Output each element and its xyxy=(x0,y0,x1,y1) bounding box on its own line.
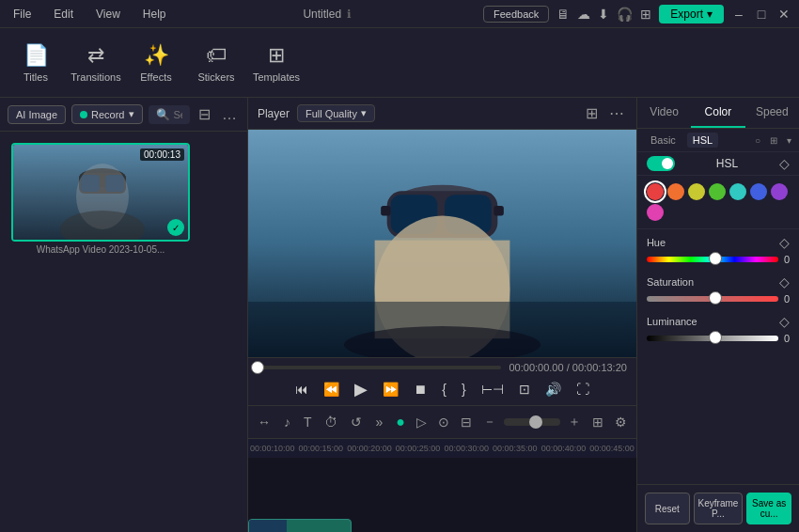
sub-tab-hsl[interactable]: HSL xyxy=(687,133,718,148)
saturation-keyframe-icon[interactable]: ◇ xyxy=(779,274,790,289)
text-tool[interactable]: T xyxy=(300,413,316,431)
luminance-slider[interactable] xyxy=(647,336,778,341)
timeline-tool-2[interactable]: ♪ xyxy=(280,413,294,431)
right-panel-tabs: Video Color Speed xyxy=(637,98,799,129)
tool-templates[interactable]: ⊞ Templates xyxy=(248,33,305,93)
save-custom-button[interactable]: Save as cu... xyxy=(746,493,791,524)
saturation-slider[interactable] xyxy=(647,296,778,302)
sliders-section: Hue ◇ 0 Saturation ◇ xyxy=(637,229,799,359)
tool-effects[interactable]: ✨ Effects xyxy=(128,33,184,93)
timeline-tool-4[interactable]: ↺ xyxy=(347,413,366,431)
timeline-clip[interactable]: ▶ 00:10035-4b2f... xyxy=(248,519,352,532)
green-dot-indicator: ● xyxy=(392,412,409,432)
chevron-down-subtab[interactable]: ▾ xyxy=(787,135,791,146)
crop-button[interactable]: ⊡ xyxy=(515,380,534,399)
more-options-icon[interactable]: … xyxy=(219,104,240,125)
volume-button[interactable]: 🔊 xyxy=(541,380,565,399)
hsl-toggle[interactable] xyxy=(647,156,675,171)
record-button[interactable]: Record ▾ xyxy=(71,104,142,124)
feedback-button[interactable]: Feedback xyxy=(483,6,549,23)
tab-video[interactable]: Video xyxy=(637,98,691,128)
color-dots-row xyxy=(637,176,799,229)
headset-icon: 🎧 xyxy=(617,7,633,22)
hsl-keyframe-icon[interactable]: ◇ xyxy=(779,156,790,171)
quality-selector[interactable]: Full Quality ▾ xyxy=(297,104,375,122)
export-label: Export xyxy=(670,8,703,21)
media-thumbnail[interactable]: 00:00:13 ✓ xyxy=(11,143,190,242)
search-input[interactable] xyxy=(174,109,182,120)
luminance-keyframe-icon[interactable]: ◇ xyxy=(779,314,790,329)
menu-edit[interactable]: Edit xyxy=(48,6,79,23)
split-button[interactable]: ⊢⊣ xyxy=(478,380,508,399)
progress-knob[interactable] xyxy=(251,361,264,374)
play-button[interactable]: ▶ xyxy=(351,377,371,401)
fullscreen-button[interactable]: ⛶ xyxy=(572,380,593,399)
search-icon: 🔍 xyxy=(156,108,170,121)
zoom-out-icon[interactable]: － xyxy=(479,412,500,432)
cloud-icon: ☁ xyxy=(577,7,590,22)
hue-knob[interactable] xyxy=(709,252,722,265)
titlebar-center: Untitled ℹ xyxy=(303,8,352,21)
frame-back-button[interactable]: ⏪ xyxy=(320,380,343,399)
stop-button[interactable]: ⏹ xyxy=(410,380,431,399)
download-icon: ⬇ xyxy=(598,7,609,22)
timeline-tool-5[interactable]: ⊙ xyxy=(434,413,453,431)
settings-icon[interactable]: ⚙ xyxy=(611,413,631,431)
menu-help[interactable]: Help xyxy=(137,6,172,23)
more-tools-icon[interactable]: » xyxy=(371,413,386,431)
color-dot-orange[interactable] xyxy=(667,183,684,200)
reset-button[interactable]: Reset xyxy=(645,493,690,524)
tool-transitions[interactable]: ⇄ Transitions xyxy=(68,33,124,93)
color-dot-cyan[interactable] xyxy=(729,183,746,200)
saturation-knob[interactable] xyxy=(709,291,722,305)
expand-icon[interactable]: ⊞ xyxy=(583,102,601,124)
mark-in-button[interactable]: { xyxy=(438,380,450,399)
step-back-button[interactable]: ⏮ xyxy=(291,380,312,399)
hue-slider[interactable] xyxy=(647,257,778,262)
more-player-icon[interactable]: ⋯ xyxy=(606,102,627,124)
ruler-marks: 00:00:10:00 00:00:15:00 00:00:20:00 00:0… xyxy=(248,444,636,453)
menu-view[interactable]: View xyxy=(90,6,126,23)
zoom-in-icon[interactable]: ＋ xyxy=(564,412,585,432)
frame-forward-button[interactable]: ⏩ xyxy=(379,380,402,399)
color-dot-pink[interactable] xyxy=(647,204,664,221)
timeline-tool-6[interactable]: ⊟ xyxy=(457,413,476,431)
color-dot-purple[interactable] xyxy=(771,183,788,200)
color-dot-yellow[interactable] xyxy=(688,183,705,200)
forward-icon[interactable]: ▷ xyxy=(413,413,431,431)
color-dot-green[interactable] xyxy=(709,183,726,200)
hue-keyframe-icon[interactable]: ◇ xyxy=(779,235,790,250)
color-dot-red[interactable] xyxy=(647,183,664,200)
app-title: Untitled xyxy=(303,8,341,21)
sub-tab-basic[interactable]: Basic xyxy=(645,133,682,148)
maximize-button[interactable]: □ xyxy=(754,7,769,22)
zoom-knob[interactable] xyxy=(529,415,542,429)
mark-out-button[interactable]: } xyxy=(458,380,470,399)
media-item[interactable]: 00:00:13 ✓ WhatsApp Video 2023-10-05... xyxy=(11,143,190,255)
tool-titles[interactable]: 📄 Titles xyxy=(8,33,64,93)
close-button[interactable]: ✕ xyxy=(776,7,791,22)
timeline-tool-3[interactable]: ⏱ xyxy=(321,413,341,431)
export-button[interactable]: Export ▾ xyxy=(659,5,724,23)
luminance-value: 0 xyxy=(784,333,790,344)
sub-tab-more[interactable]: ○ xyxy=(755,135,760,146)
filter-icon[interactable]: ⊟ xyxy=(196,103,213,125)
templates-icon: ⊞ xyxy=(268,43,285,68)
layout-icon[interactable]: ⊞ xyxy=(588,413,607,431)
tab-color[interactable]: Color xyxy=(691,98,744,128)
timeline-tool-1[interactable]: ↔ xyxy=(254,413,274,431)
search-input-wrap[interactable]: 🔍 xyxy=(149,105,190,124)
chevron-down-icon: ▾ xyxy=(361,107,367,119)
sub-tab-columns[interactable]: ⊞ xyxy=(770,135,777,146)
tool-stickers[interactable]: 🏷 Stickers xyxy=(188,33,244,93)
minimize-button[interactable]: – xyxy=(731,7,746,22)
color-dot-blue[interactable] xyxy=(750,183,767,200)
tab-speed[interactable]: Speed xyxy=(745,98,799,128)
zoom-slider[interactable] xyxy=(504,418,560,426)
keyframe-button[interactable]: Keyframe P... xyxy=(694,493,744,524)
menu-file[interactable]: File xyxy=(8,6,37,23)
player-toolbar-left: Player Full Quality ▾ xyxy=(258,104,375,122)
ai-image-button[interactable]: AI Image xyxy=(8,105,66,124)
progress-bar[interactable] xyxy=(258,366,502,369)
luminance-knob[interactable] xyxy=(709,331,722,344)
